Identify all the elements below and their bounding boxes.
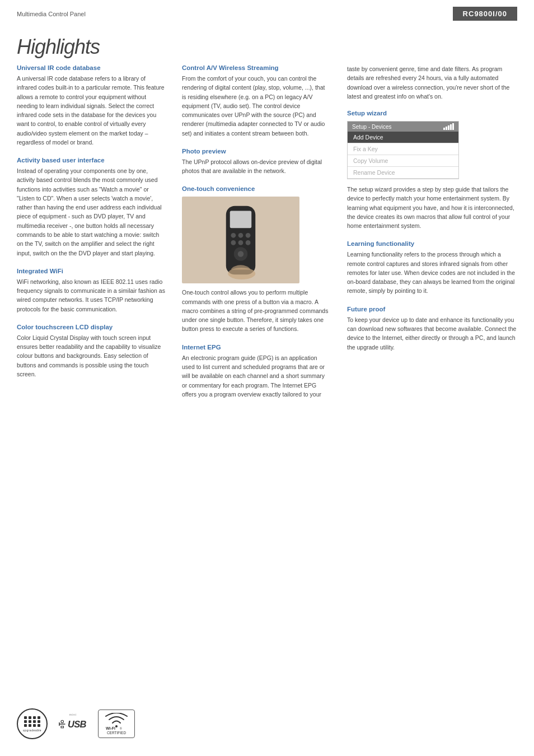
section-color-touchscreen-title: Color touchscreen LCD display [17,324,165,330]
section-one-touch-title: One-touch convenience [182,185,330,192]
svg-point-4 [246,233,251,238]
bottom-logos: upgradeable mini USB [17,708,135,739]
remote-image [182,197,299,283]
header: Multimedia Control Panel RC9800I/00 [0,0,534,25]
section-activity-based: Activity based user interface Instead of… [17,157,165,258]
page-title: Highlights [0,25,534,64]
section-universal-ir: Universal IR code database A universal I… [17,64,165,147]
section-one-touch-body: One-touch control allows you to perform … [182,288,330,333]
signal-strength-icon [443,123,454,130]
svg-point-9 [238,251,244,257]
svg-point-5 [231,240,236,245]
section-internet-epg-body: An electronic program guide (EPG) is an … [182,353,330,399]
section-photo-preview-body: The UPnP protocol allows on-device previ… [182,157,330,176]
section-control-av-body: From the comfort of your couch, you can … [182,74,330,138]
header-right-label: RC9800I/00 [453,7,517,21]
upgradeable-label: upgradeable [23,729,41,732]
usb-logo: mini USB [56,713,90,735]
sw-menu-add-device[interactable]: Add Device [348,132,458,143]
left-column: Universal IR code database A universal I… [17,64,165,409]
section-future-proof-title: Future proof [347,306,517,312]
section-universal-ir-body: A universal IR code database refers to a… [17,74,165,147]
section-future-proof-body: To keep your device up to date and enhan… [347,315,517,352]
section-learning-functionality-title: Learning functionality [347,240,517,247]
content-area: Universal IR code database A universal I… [0,64,534,409]
section-photo-preview-title: Photo preview [182,148,330,155]
section-photo-preview: Photo preview The UPnP protocol allows o… [182,148,330,176]
sw-title-bar: Setup - Devices [348,122,458,132]
header-left-label: Multimedia Control Panel [17,11,86,17]
section-internet-epg-title: Internet EPG [182,344,330,351]
section-integrated-wifi-body: WiFi networking, also known as IEEE 802.… [17,277,165,314]
section-color-touchscreen: Color touchscreen LCD display Color Liqu… [17,324,165,379]
svg-text:Wi-Fi: Wi-Fi [106,726,115,730]
usb-icon: USB [56,716,90,732]
svg-point-7 [246,240,251,245]
section-integrated-wifi-title: Integrated WiFi [17,268,165,274]
page-container: Multimedia Control Panel RC9800I/00 High… [0,0,534,756]
section-control-av-title: Control A/V Wireless Streaming [182,64,330,71]
dots-grid-icon [24,716,41,727]
upgradeable-logo: upgradeable [17,708,48,739]
section-integrated-wifi: Integrated WiFi WiFi networking, also kn… [17,268,165,314]
sw-menu-rename-device[interactable]: Rename Device [348,167,458,179]
section-setup-wizard-title: Setup wizard [347,110,517,116]
svg-point-13 [61,720,64,723]
svg-text:USB: USB [68,719,86,729]
right-column: taste by convenient genre, time and date… [347,64,517,409]
svg-text:®: ® [120,727,122,730]
section-learning-functionality-body: Learning functionality refers to the pro… [347,250,517,295]
remote-control-svg [213,201,269,279]
section-activity-based-body: Instead of operating your components one… [17,166,165,258]
section-setup-wizard-body: The setup wizard provides a step by step… [347,185,517,230]
epg-continuation: taste by convenient genre, time and date… [347,64,517,101]
wifi-certified-logo: Wi-Fi ® CERTIFIED [98,710,135,738]
section-setup-wizard: Setup wizard Setup - Devices Add Dev [347,110,517,230]
sw-title-label: Setup - Devices [352,124,392,130]
svg-point-16 [115,725,118,727]
svg-rect-14 [61,726,64,728]
wifi-symbol: Wi-Fi ® [104,713,129,730]
sw-menu-copy-volume[interactable]: Copy Volume [348,155,458,167]
section-future-proof: Future proof To keep your device up to d… [347,306,517,352]
section-activity-based-title: Activity based user interface [17,157,165,164]
section-color-touchscreen-body: Color Liquid Crystal Display with touch … [17,333,165,379]
sw-menu-fix-key[interactable]: Fix a Key [348,143,458,155]
svg-point-3 [238,233,243,238]
wifi-certified-label: CERTIFIED [107,731,126,735]
section-control-av: Control A/V Wireless Streaming From the … [182,64,330,138]
setup-wizard-ui: Setup - Devices Add Device Fix a Key Cop… [347,121,459,179]
section-universal-ir-title: Universal IR code database [17,64,165,71]
middle-column: Control A/V Wireless Streaming From the … [182,64,330,409]
svg-rect-1 [230,211,252,228]
usb-label: USB [56,716,90,735]
section-one-touch: One-touch convenience [182,185,330,333]
section-learning-functionality: Learning functionality Learning function… [347,240,517,295]
svg-point-6 [238,240,243,245]
section-internet-epg: Internet EPG An electronic program guide… [182,344,330,399]
svg-point-2 [231,233,236,238]
